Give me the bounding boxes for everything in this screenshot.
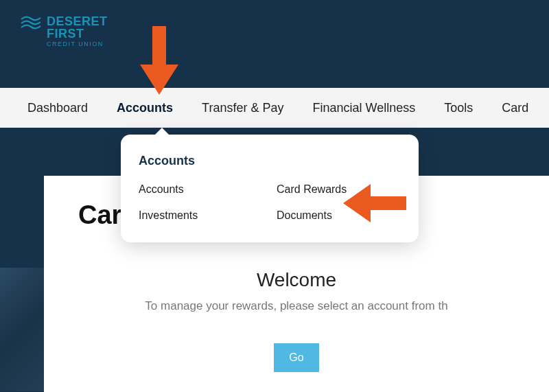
brand-tagline: CREDIT UNION [47,41,108,47]
go-button[interactable]: Go [274,343,318,372]
nav-card[interactable]: Card [502,101,528,115]
nav-financial-wellness[interactable]: Financial Wellness [312,101,415,115]
brand-logo[interactable]: DESERET FIRST CREDIT UNION [21,15,528,47]
decorative-strip [0,268,44,391]
dropdown-title: Accounts [139,154,401,168]
welcome-message: To manage your rewards, please select an… [44,299,549,313]
main-nav: Dashboard Accounts Transfer & Pay Financ… [0,88,549,128]
brand-line1: DESERET [47,15,108,27]
brand-text: DESERET FIRST CREDIT UNION [47,15,108,47]
welcome-heading: Welcome [44,269,549,291]
dropdown-accounts[interactable]: Accounts [139,183,263,196]
welcome-section: Welcome To manage your rewards, please s… [44,269,549,372]
dropdown-investments[interactable]: Investments [139,209,263,222]
nav-transfer-pay[interactable]: Transfer & Pay [202,101,283,115]
brand-line2: FIRST [47,27,108,40]
wave-icon [21,15,41,30]
annotation-arrow-down-icon [140,26,178,97]
annotation-arrow-left-icon [343,184,406,225]
app-header: DESERET FIRST CREDIT UNION [0,0,549,88]
nav-dashboard[interactable]: Dashboard [27,101,88,115]
nav-tools[interactable]: Tools [444,101,473,115]
nav-accounts[interactable]: Accounts [117,101,173,115]
